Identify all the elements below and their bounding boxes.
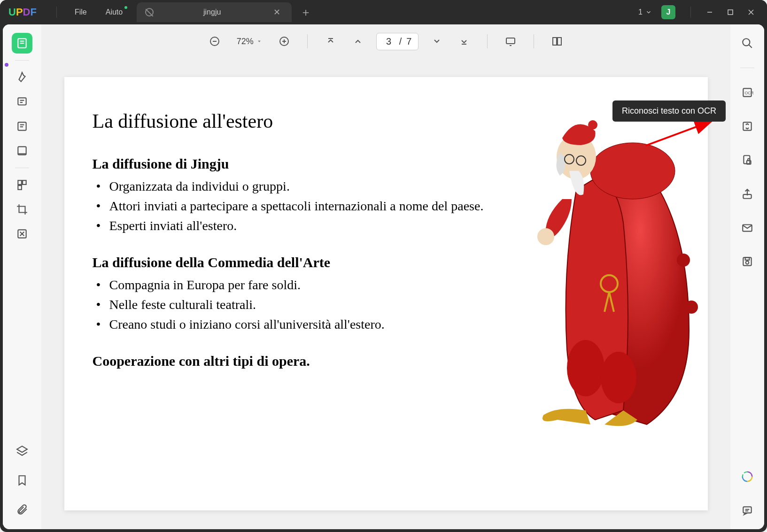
annotation-arrow bbox=[641, 117, 716, 150]
close-button[interactable] bbox=[741, 3, 761, 22]
convert-button[interactable] bbox=[738, 117, 757, 136]
character-illustration bbox=[492, 105, 698, 434]
app-logo: UPDF bbox=[8, 6, 37, 18]
protect-button[interactable] bbox=[738, 151, 757, 170]
svg-marker-21 bbox=[258, 41, 261, 43]
svg-point-33 bbox=[590, 143, 675, 199]
window-count-value: 1 bbox=[638, 8, 643, 16]
svg-point-38 bbox=[537, 228, 554, 245]
separator bbox=[15, 168, 29, 168]
titlebar: UPDF File Aiuto jingju ✕ ＋ 1 J bbox=[0, 0, 767, 24]
svg-rect-53 bbox=[745, 257, 750, 260]
tab-title: jingju bbox=[160, 8, 264, 16]
page-indicator[interactable]: 3 / 7 bbox=[376, 33, 419, 50]
right-sidebar: OCR bbox=[730, 24, 764, 529]
left-sidebar bbox=[3, 24, 41, 529]
document-viewport[interactable]: La diffusione all'estero La diffusione d… bbox=[41, 58, 730, 529]
feedback-button[interactable] bbox=[738, 501, 757, 520]
comment-button[interactable] bbox=[12, 92, 32, 112]
toolbar: 72% 3 / 7 bbox=[41, 24, 730, 58]
reader-mode-button[interactable] bbox=[12, 33, 32, 54]
page-total: 7 bbox=[406, 36, 411, 47]
separator bbox=[307, 34, 308, 48]
presentation-button[interactable] bbox=[502, 32, 519, 50]
separator bbox=[487, 34, 488, 48]
assistant-button[interactable] bbox=[738, 467, 757, 486]
svg-point-40 bbox=[677, 254, 690, 267]
svg-point-32 bbox=[601, 352, 636, 403]
svg-text:OCR: OCR bbox=[745, 91, 753, 95]
tab-close-button[interactable]: ✕ bbox=[271, 6, 283, 18]
next-page-button[interactable] bbox=[428, 32, 446, 50]
edit-button[interactable] bbox=[12, 116, 32, 137]
svg-rect-29 bbox=[553, 38, 557, 45]
tab-active[interactable]: jingju ✕ bbox=[137, 2, 292, 22]
zoom-text: 72% bbox=[237, 37, 254, 46]
zoom-out-button[interactable] bbox=[206, 32, 224, 50]
prev-page-button[interactable] bbox=[349, 32, 367, 50]
separator bbox=[740, 68, 754, 68]
highlight-button[interactable] bbox=[12, 67, 32, 88]
minimize-button[interactable] bbox=[699, 3, 720, 22]
indicator-dot bbox=[5, 63, 8, 67]
maximize-button[interactable] bbox=[720, 3, 741, 22]
svg-line-58 bbox=[646, 121, 712, 146]
page-current[interactable]: 3 bbox=[383, 36, 395, 47]
chevron-down-icon bbox=[256, 39, 262, 44]
menu-file[interactable]: File bbox=[65, 5, 96, 19]
svg-rect-30 bbox=[558, 38, 561, 45]
svg-rect-1 bbox=[728, 10, 733, 15]
zoom-in-button[interactable] bbox=[275, 32, 293, 50]
svg-point-31 bbox=[567, 340, 604, 396]
user-avatar[interactable]: J bbox=[661, 5, 675, 19]
ocr-button[interactable]: OCR bbox=[738, 83, 757, 102]
email-button[interactable] bbox=[738, 218, 757, 237]
chevron-down-icon bbox=[645, 9, 652, 15]
page-sep: / bbox=[399, 36, 402, 47]
document-page: La diffusione all'estero La diffusione d… bbox=[64, 77, 708, 510]
share-button[interactable] bbox=[738, 185, 757, 203]
svg-rect-16 bbox=[18, 185, 22, 190]
separator bbox=[534, 34, 534, 48]
search-button[interactable] bbox=[738, 34, 757, 53]
last-page-button[interactable] bbox=[455, 32, 473, 50]
bookmark-button[interactable] bbox=[12, 470, 32, 491]
ocr-tooltip: Riconosci testo con OCR bbox=[612, 100, 726, 122]
tab-add-button[interactable]: ＋ bbox=[300, 5, 311, 20]
form-button[interactable] bbox=[12, 140, 32, 161]
separator bbox=[690, 7, 691, 18]
organize-button[interactable] bbox=[12, 175, 32, 195]
svg-rect-7 bbox=[18, 98, 26, 105]
svg-point-52 bbox=[746, 261, 749, 264]
zoom-value[interactable]: 72% bbox=[237, 37, 262, 46]
svg-rect-27 bbox=[506, 38, 515, 44]
svg-point-42 bbox=[743, 39, 750, 46]
menu-help-label: Aiuto bbox=[106, 8, 123, 16]
svg-line-43 bbox=[749, 45, 752, 48]
attachment-button[interactable] bbox=[12, 499, 32, 520]
separator bbox=[56, 7, 57, 18]
tab-document-icon bbox=[145, 8, 154, 16]
page-layout-button[interactable] bbox=[548, 32, 566, 50]
svg-marker-18 bbox=[17, 446, 27, 452]
save-button[interactable] bbox=[738, 252, 757, 271]
menu-help[interactable]: Aiuto bbox=[96, 5, 132, 19]
window-count[interactable]: 1 bbox=[638, 8, 652, 16]
notification-dot bbox=[124, 6, 127, 9]
redact-button[interactable] bbox=[12, 224, 32, 244]
svg-rect-14 bbox=[18, 180, 22, 185]
svg-point-35 bbox=[588, 120, 597, 130]
layers-button[interactable] bbox=[12, 441, 32, 462]
svg-point-41 bbox=[685, 301, 698, 314]
crop-button[interactable] bbox=[12, 199, 32, 220]
separator bbox=[15, 60, 29, 61]
first-page-button[interactable] bbox=[322, 32, 340, 50]
svg-rect-15 bbox=[23, 180, 26, 185]
